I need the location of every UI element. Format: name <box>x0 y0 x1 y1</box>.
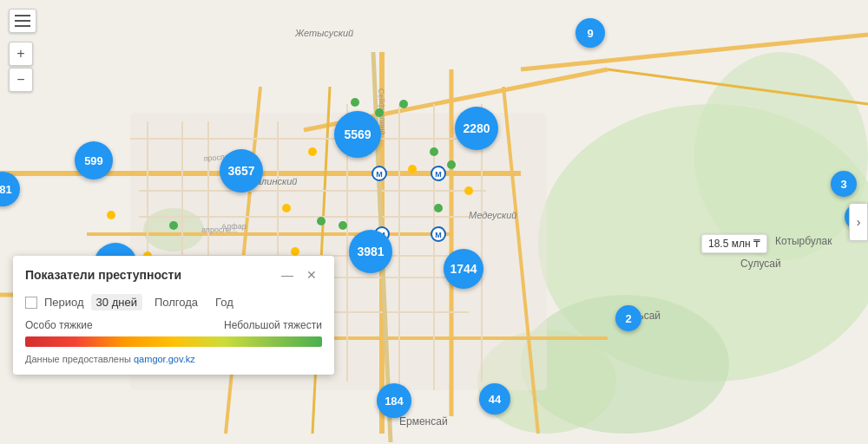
cluster-marker-c12[interactable]: 9 <box>575 18 605 48</box>
cluster-marker-c13[interactable]: 2 <box>615 305 641 331</box>
small-dot-5[interactable] <box>317 217 326 225</box>
small-dot-1[interactable] <box>308 147 317 156</box>
small-dot-13[interactable] <box>169 221 178 230</box>
small-dot-2[interactable] <box>375 108 384 117</box>
panel-controls: — ✕ <box>277 264 322 285</box>
severity-gradient <box>25 336 322 347</box>
period-option-halfyear[interactable]: Полгода <box>149 294 203 310</box>
svg-text:Сулусай: Сулусай <box>740 258 781 270</box>
svg-rect-57 <box>15 25 30 27</box>
svg-text:Алфар: Алфар <box>221 222 247 231</box>
small-dot-7[interactable] <box>408 165 417 173</box>
small-dot-11[interactable] <box>434 204 443 212</box>
svg-text:Жетысуский: Жетысуский <box>294 28 353 38</box>
small-dot-0[interactable] <box>351 98 359 107</box>
chevron-right-icon: › <box>857 215 861 229</box>
small-dot-9[interactable] <box>447 160 456 169</box>
small-dot-6[interactable] <box>339 221 347 230</box>
close-button[interactable]: ✕ <box>301 264 322 285</box>
svg-text:M: M <box>376 170 383 179</box>
map-controls: + − <box>9 9 36 92</box>
svg-text:Ерменсай: Ерменсай <box>399 415 448 428</box>
crime-panel: Показатели преступности — ✕ Период 30 дн… <box>13 256 334 375</box>
panel-title: Показатели преступности <box>25 268 181 282</box>
cluster-marker-c4[interactable]: 2280 <box>455 107 498 150</box>
data-source-text: Данные предоставлены <box>25 354 134 364</box>
cluster-marker-c7[interactable]: 3981 <box>349 230 392 273</box>
svg-text:M: M <box>435 170 442 179</box>
small-dot-3[interactable] <box>399 100 408 108</box>
cluster-marker-c8[interactable]: 1744 <box>444 249 483 289</box>
zoom-in-button[interactable]: + <box>9 42 33 66</box>
map-container: M M M M Жетысуский Медеуский Жалинский п… <box>0 0 868 444</box>
period-row: Период 30 дней Полгода Год <box>25 294 322 310</box>
small-dot-8[interactable] <box>430 147 438 156</box>
severity-high-label: Особо тяжкие <box>25 319 93 331</box>
small-dot-10[interactable] <box>464 186 473 195</box>
cluster-marker-c11[interactable]: 44 <box>479 383 510 415</box>
cluster-marker-c10[interactable]: 184 <box>377 383 411 418</box>
svg-text:M: M <box>435 231 442 239</box>
svg-text:Медеуский: Медеуский <box>469 210 516 220</box>
zoom-out-button[interactable]: − <box>9 68 33 92</box>
cluster-marker-c14[interactable]: 3 <box>831 171 857 197</box>
price-label[interactable]: 18.5 млн ₸ <box>701 234 767 253</box>
small-dot-16[interactable] <box>107 211 115 219</box>
period-checkbox[interactable] <box>25 297 37 309</box>
cluster-marker-c1[interactable]: 599 <box>75 141 113 180</box>
layer-button[interactable] <box>9 9 36 33</box>
panel-header: Показатели преступности — ✕ <box>25 264 322 285</box>
period-option-year[interactable]: Год <box>210 294 239 310</box>
map-expand-button[interactable]: › <box>849 203 868 241</box>
data-source: Данные предоставлены qamgor.gov.kz <box>25 354 322 364</box>
data-source-link[interactable]: qamgor.gov.kz <box>134 354 195 364</box>
severity-low-label: Небольшой тяжести <box>224 319 322 331</box>
cluster-marker-c2[interactable]: 3657 <box>220 149 263 193</box>
period-option-30days[interactable]: 30 дней <box>91 294 142 310</box>
minimize-button[interactable]: — <box>277 264 298 285</box>
period-label: Период <box>44 296 84 309</box>
severity-row: Особо тяжкие Небольшой тяжести <box>25 319 322 331</box>
svg-text:Котырбулак: Котырбулак <box>775 235 832 247</box>
svg-rect-55 <box>15 15 30 16</box>
small-dot-12[interactable] <box>291 247 299 256</box>
cluster-marker-c3[interactable]: 5569 <box>334 111 381 158</box>
small-dot-4[interactable] <box>282 204 291 212</box>
svg-rect-56 <box>15 20 30 22</box>
